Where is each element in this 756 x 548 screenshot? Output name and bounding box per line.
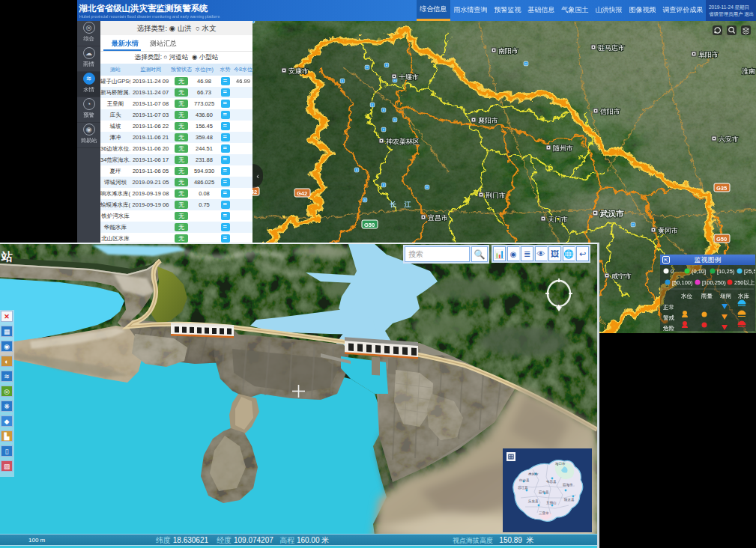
svg-text:0: 0: [671, 268, 674, 275]
svg-text:(0,10]: (0,10]: [692, 268, 706, 275]
svg-text:阜阳市: 阜阳市: [698, 51, 719, 58]
svg-text:南阳市: 南阳市: [498, 47, 518, 55]
svg-text:G35: G35: [716, 185, 727, 192]
svg-text:危险: 危险: [663, 325, 675, 331]
svg-text:水位: 水位: [680, 293, 693, 299]
svg-text:G50: G50: [364, 222, 375, 228]
svg-text:淮南: 淮南: [742, 67, 755, 75]
svg-text:神农架林区: 神农架林区: [386, 138, 420, 145]
svg-text:正常: 正常: [663, 304, 674, 311]
svg-text:陵水县: 陵水县: [564, 497, 575, 502]
svg-text:宜昌市: 宜昌市: [428, 214, 448, 222]
svg-text:[50,100): [50,100): [672, 279, 693, 286]
svg-text:N: N: [557, 301, 560, 306]
svg-text:三亚市: 三亚市: [539, 511, 549, 515]
svg-text:[25,50: [25,50: [744, 268, 755, 275]
svg-text:250以上: 250以上: [734, 279, 755, 286]
svg-text:昌江县: 昌江县: [518, 486, 528, 490]
svg-text:G50: G50: [716, 236, 727, 243]
svg-text:警戒: 警戒: [663, 314, 675, 321]
svg-text:琼海市: 琼海市: [562, 483, 573, 487]
svg-text:咸宁市: 咸宁市: [611, 273, 632, 280]
svg-text:G42: G42: [297, 190, 307, 197]
svg-text:G42: G42: [252, 189, 257, 195]
svg-text:驻马店市: 驻马店市: [598, 44, 625, 52]
svg-text:儋州市: 儋州市: [527, 472, 539, 476]
svg-text:信阳市: 信阳市: [599, 108, 620, 115]
svg-text:水库: 水库: [737, 293, 750, 299]
svg-text:安康市: 安康市: [288, 67, 309, 75]
svg-text:黄冈市: 黄冈市: [658, 227, 678, 234]
svg-text:荆门市: 荆门市: [486, 192, 506, 199]
svg-text:海口市: 海口市: [555, 462, 566, 466]
svg-text:雨量: 雨量: [701, 293, 713, 299]
svg-text:襄阳市: 襄阳市: [478, 117, 498, 124]
svg-text:屯昌县: 屯昌县: [546, 480, 557, 484]
svg-text:长 江: 长 江: [389, 201, 414, 208]
svg-text:琼中县: 琼中县: [538, 490, 549, 494]
svg-text:乐东县: 乐东县: [527, 499, 539, 503]
svg-text:天门市: 天门市: [548, 216, 568, 223]
svg-text:[100,250): [100,250): [702, 279, 726, 286]
svg-text:[10,25): [10,25): [717, 268, 735, 275]
svg-text:六安市: 六安市: [719, 136, 739, 143]
svg-text:武汉市: 武汉市: [599, 209, 624, 218]
svg-text:堰闸: 堰闸: [719, 293, 731, 299]
svg-text:五指山: 五指山: [546, 500, 557, 505]
svg-text:十堰市: 十堰市: [399, 73, 419, 81]
svg-text:白沙县: 白沙县: [519, 478, 530, 482]
svg-text:随州市: 随州市: [553, 144, 573, 152]
